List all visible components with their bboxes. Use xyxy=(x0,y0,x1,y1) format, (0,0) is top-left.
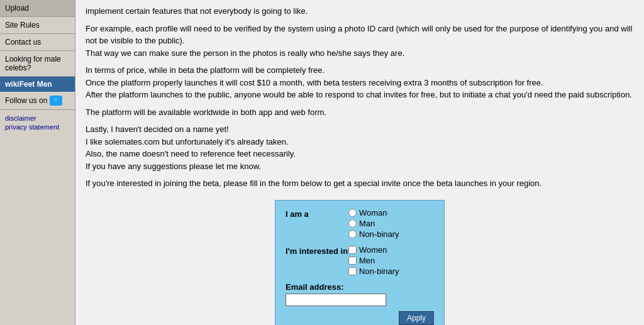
twitter-follow-section: Follow us on ᵀ xyxy=(0,92,75,110)
checkbox-nonbinary-input[interactable] xyxy=(348,267,357,275)
site-rules-button[interactable]: Site Rules xyxy=(0,17,75,34)
checkbox-men-input[interactable] xyxy=(348,256,357,265)
sidebar: Upload Site Rules Contact us Looking for… xyxy=(0,0,75,325)
contact-button[interactable]: Contact us xyxy=(0,34,75,51)
radio-woman-input[interactable] xyxy=(348,209,357,217)
apply-button[interactable]: Apply xyxy=(399,311,434,325)
follow-us-label: Follow us on xyxy=(5,96,47,105)
sidebar-footer: disclaimer privacy statement xyxy=(0,110,75,135)
twitter-icon[interactable]: ᵀ xyxy=(50,96,62,106)
i-am-a-label: I am a xyxy=(286,208,348,219)
radio-nonbinary-input[interactable] xyxy=(348,230,357,238)
wikifeet-men-button[interactable]: wikiFeet Men xyxy=(0,77,75,92)
content-para1: implement certain features that not ever… xyxy=(86,5,634,18)
gender-radio-group: Woman Man Non-binary xyxy=(348,208,399,239)
radio-nonbinary-label: Non-binary xyxy=(359,229,399,239)
radio-man-input[interactable] xyxy=(348,219,357,228)
looking-for-label: Looking for male celebs? xyxy=(5,55,61,72)
checkbox-men-label: Men xyxy=(359,256,375,265)
i-am-a-row: I am a Woman Man Non-binary xyxy=(286,208,434,239)
content-para4: The platform will be available worldwide… xyxy=(86,106,634,119)
radio-woman[interactable]: Woman xyxy=(348,208,399,218)
email-input[interactable] xyxy=(286,294,386,306)
upload-button[interactable]: Upload xyxy=(0,0,75,17)
email-label: Email address: xyxy=(286,282,434,292)
radio-woman-label: Woman xyxy=(359,208,387,218)
checkbox-women[interactable]: Women xyxy=(348,245,399,255)
main-content: implement certain features that not ever… xyxy=(75,0,644,325)
checkbox-women-input[interactable] xyxy=(348,246,357,254)
content-para3: In terms of price, while in beta the pla… xyxy=(86,64,634,101)
interest-checkbox-group: Women Men Non-binary xyxy=(348,245,399,276)
checkbox-women-label: Women xyxy=(359,245,387,255)
email-row: Email address: xyxy=(286,282,434,306)
radio-man[interactable]: Man xyxy=(348,219,399,228)
interested-in-row: I'm interested in Women Men Non-binary xyxy=(286,245,434,276)
looking-for-section: Looking for male celebs? xyxy=(0,51,75,77)
radio-man-label: Man xyxy=(359,219,375,228)
radio-nonbinary[interactable]: Non-binary xyxy=(348,229,399,239)
checkbox-nonbinary[interactable]: Non-binary xyxy=(348,267,399,276)
checkbox-nonbinary-label: Non-binary xyxy=(359,267,399,276)
interested-in-label: I'm interested in xyxy=(286,245,348,256)
content-area: implement certain features that not ever… xyxy=(86,5,634,190)
content-para2: For example, each profile will need to b… xyxy=(86,23,634,60)
content-para5: Lastly, I haven't decided on a name yet!… xyxy=(86,123,634,172)
disclaimer-link[interactable]: disclaimer xyxy=(5,114,70,123)
content-para6: If you're interested in joining the beta… xyxy=(86,177,634,190)
privacy-link[interactable]: privacy statement xyxy=(5,123,70,131)
checkbox-men[interactable]: Men xyxy=(348,256,399,265)
beta-signup-form: I am a Woman Man Non-binary I'm interest… xyxy=(275,200,445,326)
